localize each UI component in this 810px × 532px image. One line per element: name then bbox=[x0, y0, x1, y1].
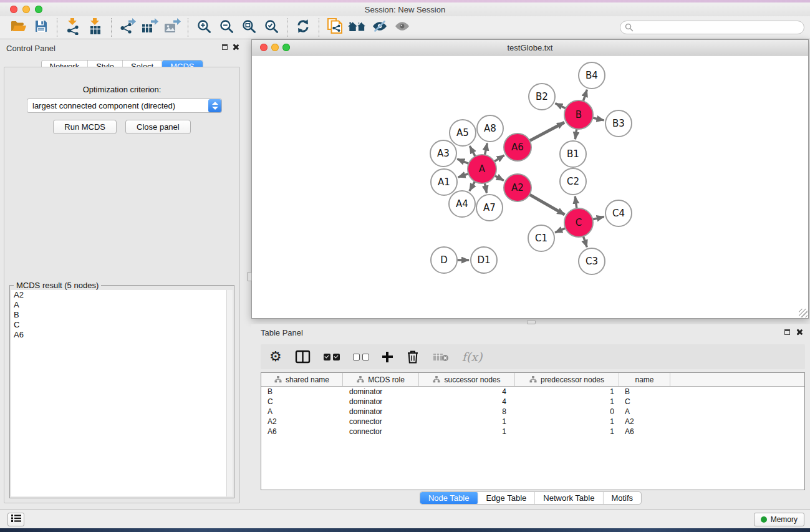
tab-motifs[interactable]: Motifs bbox=[603, 492, 641, 504]
refresh-button[interactable] bbox=[292, 18, 314, 37]
table-settings-gear-icon[interactable]: ⚙ bbox=[269, 350, 282, 364]
column-header-shared-name[interactable]: shared name bbox=[261, 373, 343, 386]
cell[interactable]: dominator bbox=[343, 387, 419, 396]
delete-table-icon[interactable] bbox=[433, 351, 449, 362]
zoom-fit-button[interactable] bbox=[238, 18, 260, 37]
deselect-all-icon[interactable] bbox=[353, 354, 369, 360]
cell[interactable]: 1 bbox=[515, 417, 619, 426]
create-column-plus-icon[interactable] bbox=[382, 352, 393, 362]
optimization-criterion-select[interactable]: largest connected component (directed) bbox=[27, 99, 222, 113]
result-item[interactable]: A bbox=[11, 300, 226, 310]
zoom-in-button[interactable] bbox=[193, 18, 215, 37]
memory-button[interactable]: Memory bbox=[754, 513, 804, 526]
tab-node-table[interactable]: Node Table bbox=[420, 492, 478, 504]
search-input[interactable] bbox=[620, 21, 804, 34]
window-resize-grip[interactable] bbox=[799, 309, 808, 317]
hide-graphics-button[interactable] bbox=[369, 18, 391, 37]
search-field[interactable] bbox=[620, 21, 804, 34]
show-columns-icon[interactable] bbox=[295, 350, 311, 364]
table-row[interactable]: Bdominator41B bbox=[261, 387, 804, 397]
edge-B-B2[interactable] bbox=[556, 104, 567, 109]
column-header-MCDS-role[interactable]: MCDS role bbox=[343, 373, 419, 386]
edge-C-C2[interactable] bbox=[575, 196, 577, 210]
edge-A6-B[interactable] bbox=[529, 122, 564, 141]
cell[interactable]: dominator bbox=[343, 407, 419, 416]
home-view-button[interactable] bbox=[346, 18, 369, 37]
edge-A-A5[interactable] bbox=[470, 146, 476, 157]
save-session-button[interactable] bbox=[30, 18, 52, 37]
column-header-predecessor-nodes[interactable]: predecessor nodes bbox=[515, 373, 619, 386]
minimize-window-button[interactable] bbox=[22, 6, 30, 13]
column-header-successor-nodes[interactable]: successor nodes bbox=[419, 373, 515, 386]
edge-B-B4[interactable] bbox=[583, 90, 587, 102]
cell[interactable]: dominator bbox=[343, 397, 419, 406]
table-row[interactable]: Cdominator41C bbox=[261, 397, 804, 407]
cell[interactable]: connector bbox=[343, 417, 419, 426]
zoom-out-button[interactable] bbox=[215, 18, 238, 37]
cell[interactable]: C bbox=[619, 397, 670, 406]
cell[interactable]: A6 bbox=[619, 427, 670, 436]
cell[interactable]: connector bbox=[343, 427, 419, 436]
cell[interactable]: B bbox=[619, 387, 670, 396]
edge-A-A3[interactable] bbox=[457, 159, 470, 164]
open-session-button[interactable] bbox=[7, 18, 30, 37]
close-table-panel-icon[interactable] bbox=[796, 329, 803, 336]
export-image-button[interactable] bbox=[161, 18, 183, 37]
export-table-button[interactable] bbox=[138, 18, 161, 37]
result-item[interactable]: B bbox=[11, 310, 226, 320]
task-history-button[interactable] bbox=[7, 513, 24, 526]
duplicate-network-button[interactable] bbox=[324, 18, 346, 37]
cell[interactable]: 1 bbox=[515, 397, 619, 406]
import-network-button[interactable] bbox=[62, 18, 84, 37]
network-canvas[interactable]: AA1A2A3A4A5A6A7A8BB1B2B3B4CC1C2C3C4DD1 bbox=[253, 56, 808, 317]
edge-A-A6[interactable] bbox=[493, 155, 504, 162]
network-window-titlebar[interactable]: testGlobe.txt bbox=[252, 40, 808, 56]
edge-A-A8[interactable] bbox=[485, 143, 487, 157]
mcds-result-list[interactable]: A2ABCA6 bbox=[11, 290, 226, 496]
zoom-window-button[interactable] bbox=[35, 6, 42, 13]
float-panel-icon[interactable] bbox=[222, 44, 228, 50]
cell[interactable]: 4 bbox=[419, 387, 515, 396]
zoom-selected-button[interactable] bbox=[260, 18, 282, 37]
cell[interactable]: 8 bbox=[419, 407, 515, 416]
tab-edge-table[interactable]: Edge Table bbox=[478, 492, 535, 504]
cell[interactable]: A6 bbox=[261, 427, 343, 436]
cell[interactable]: 1 bbox=[515, 427, 619, 436]
function-builder-icon[interactable]: f(x) bbox=[462, 350, 483, 364]
select-all-icon[interactable] bbox=[324, 354, 340, 360]
cell[interactable]: 4 bbox=[419, 397, 515, 406]
close-window-button[interactable] bbox=[10, 6, 17, 13]
show-graphics-button[interactable] bbox=[391, 18, 413, 37]
close-panel-button[interactable]: Close panel bbox=[125, 120, 191, 134]
table-row[interactable]: Adominator80A bbox=[261, 407, 804, 417]
cell[interactable]: 1 bbox=[419, 417, 515, 426]
column-header-name[interactable]: name bbox=[619, 373, 670, 386]
result-item[interactable]: A6 bbox=[11, 330, 226, 340]
delete-trash-icon[interactable] bbox=[406, 349, 420, 364]
cell[interactable]: A bbox=[619, 407, 670, 416]
cell[interactable]: C bbox=[261, 397, 343, 406]
cell[interactable]: 1 bbox=[419, 427, 515, 436]
import-table-button[interactable] bbox=[84, 18, 107, 37]
cell[interactable]: 0 bbox=[515, 407, 619, 416]
close-panel-icon[interactable] bbox=[232, 44, 239, 51]
table-row[interactable]: A2connector11A2 bbox=[261, 417, 804, 427]
edge-A2-C[interactable] bbox=[528, 194, 564, 215]
vertical-split-handle[interactable] bbox=[247, 272, 252, 281]
result-scrollbar[interactable] bbox=[226, 290, 233, 496]
edge-C-C1[interactable] bbox=[555, 228, 566, 233]
edge-B-B3[interactable] bbox=[592, 117, 604, 120]
cell[interactable]: B bbox=[261, 387, 343, 396]
main-titlebar[interactable]: Session: New Session bbox=[0, 2, 810, 16]
table-row[interactable]: A6connector11A6 bbox=[261, 427, 804, 437]
result-item[interactable]: C bbox=[11, 320, 226, 330]
cell[interactable]: A2 bbox=[261, 417, 343, 426]
float-table-panel-icon[interactable] bbox=[784, 329, 790, 335]
horizontal-split-handle[interactable] bbox=[527, 320, 536, 324]
tab-network-table[interactable]: Network Table bbox=[535, 492, 603, 504]
run-mcds-button[interactable]: Run MCDS bbox=[53, 120, 117, 134]
edge-C-C3[interactable] bbox=[583, 235, 587, 247]
cell[interactable]: A bbox=[261, 407, 343, 416]
edge-C-C4[interactable] bbox=[591, 216, 604, 220]
cell[interactable]: A2 bbox=[619, 417, 670, 426]
